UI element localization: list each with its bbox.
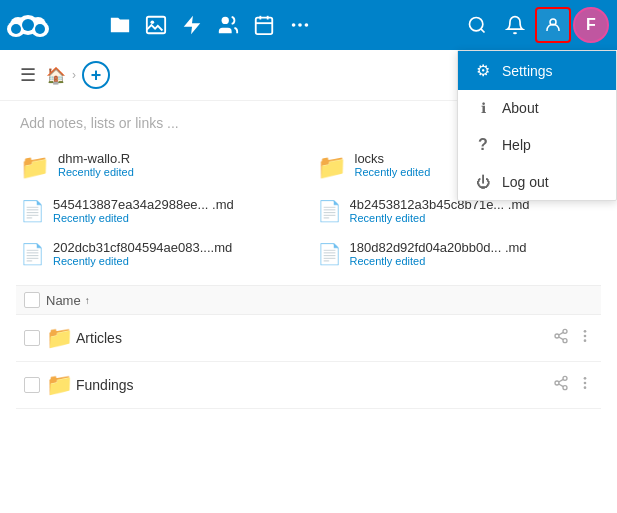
svg-point-16 <box>292 23 296 27</box>
svg-point-11 <box>222 17 229 24</box>
row-filename: Fundings <box>76 377 553 393</box>
list-item[interactable]: 📁 dhm-wallo.R Recently edited <box>16 145 305 187</box>
header-checkbox <box>24 292 46 308</box>
nav-photos-icon[interactable] <box>138 7 174 43</box>
table-row[interactable]: 📁 Fundings <box>16 362 601 409</box>
file-name: locks <box>355 151 431 166</box>
svg-point-35 <box>584 377 587 380</box>
file-date: Recently edited <box>355 166 431 178</box>
document-icon: 📄 <box>20 242 45 266</box>
svg-line-33 <box>559 384 564 387</box>
logout-icon: ⏻ <box>474 174 492 190</box>
document-icon: 📄 <box>317 242 342 266</box>
add-button[interactable]: + <box>82 61 110 89</box>
file-date: Recently edited <box>58 166 134 178</box>
settings-icon: ⚙ <box>474 61 492 80</box>
svg-point-17 <box>298 23 302 27</box>
svg-point-37 <box>584 386 587 389</box>
document-icon: 📄 <box>20 199 45 223</box>
file-date: Recently edited <box>53 255 232 267</box>
list-item[interactable]: 📄 202dcb31cf804594ae083....md Recently e… <box>16 234 305 273</box>
dropdown-logout[interactable]: ⏻ Log out <box>458 164 616 200</box>
svg-line-26 <box>559 332 564 335</box>
svg-point-10 <box>151 20 155 24</box>
svg-point-31 <box>555 381 559 385</box>
svg-point-18 <box>305 23 309 27</box>
file-name: 545413887ea34a2988ee... .md <box>53 197 234 212</box>
dropdown-help[interactable]: ? Help <box>458 126 616 164</box>
svg-rect-12 <box>256 18 273 34</box>
svg-point-24 <box>563 339 567 343</box>
svg-point-30 <box>563 376 567 380</box>
sort-icon: ↑ <box>85 295 90 306</box>
svg-point-19 <box>470 18 483 31</box>
nav-contacts-icon[interactable] <box>210 7 246 43</box>
list-item[interactable]: 📄 180d82d92fd04a20bb0d... .md Recently e… <box>313 234 602 273</box>
user-dropdown-menu: ⚙ Settings ℹ About ? Help ⏻ Log out <box>457 50 617 201</box>
help-icon: ? <box>474 136 492 154</box>
file-date: Recently edited <box>350 212 530 224</box>
svg-line-20 <box>481 29 485 33</box>
top-navigation: F ⚙ Settings ℹ About ? Help ⏻ Log out <box>0 0 617 50</box>
nav-more-icon[interactable] <box>282 7 318 43</box>
file-date: Recently edited <box>350 255 527 267</box>
info-icon: ℹ <box>474 100 492 116</box>
share-icon[interactable] <box>553 375 569 395</box>
svg-point-29 <box>584 339 587 342</box>
dropdown-settings[interactable]: ⚙ Settings <box>458 51 616 90</box>
nav-search-icon[interactable] <box>459 7 495 43</box>
app-logo[interactable] <box>8 5 48 45</box>
row-checkbox-1 <box>24 330 46 346</box>
svg-point-36 <box>584 382 587 385</box>
svg-point-27 <box>584 330 587 333</box>
list-item[interactable]: 📄 545413887ea34a2988ee... .md Recently e… <box>16 191 305 230</box>
user-profile-icon[interactable] <box>535 7 571 43</box>
folder-icon: 📁 <box>46 325 73 351</box>
folder-icon: 📁 <box>20 153 50 181</box>
svg-line-34 <box>559 379 564 382</box>
share-icon[interactable] <box>553 328 569 348</box>
file-name: 180d82d92fd04a20bb0d... .md <box>350 240 527 255</box>
select-all-checkbox[interactable] <box>24 292 40 308</box>
document-icon: 📄 <box>317 199 342 223</box>
file-list-header: Name ↑ <box>16 285 601 315</box>
breadcrumb-separator: › <box>72 68 76 82</box>
svg-point-7 <box>22 19 34 31</box>
nav-activity-icon[interactable] <box>174 7 210 43</box>
svg-line-25 <box>559 337 564 340</box>
svg-point-22 <box>563 329 567 333</box>
row-filename: Articles <box>76 330 553 346</box>
name-column-header[interactable]: Name ↑ <box>46 293 593 308</box>
folder-icon: 📁 <box>46 372 73 398</box>
row-select-checkbox[interactable] <box>24 330 40 346</box>
more-options-icon[interactable] <box>577 375 593 395</box>
nav-bell-icon[interactable] <box>497 7 533 43</box>
nav-files-icon[interactable] <box>102 7 138 43</box>
svg-point-32 <box>563 386 567 390</box>
file-name: 202dcb31cf804594ae083....md <box>53 240 232 255</box>
svg-rect-9 <box>147 17 165 34</box>
folder-icon: 📁 <box>317 153 347 181</box>
file-name: dhm-wallo.R <box>58 151 134 166</box>
nav-calendar-icon[interactable] <box>246 7 282 43</box>
svg-point-8 <box>35 24 45 34</box>
dropdown-about[interactable]: ℹ About <box>458 90 616 126</box>
home-button[interactable]: 🏠 <box>46 66 66 85</box>
svg-point-28 <box>584 335 587 338</box>
file-date: Recently edited <box>53 212 234 224</box>
svg-point-23 <box>555 334 559 338</box>
row-checkbox-2 <box>24 377 46 393</box>
more-options-icon[interactable] <box>577 328 593 348</box>
user-avatar[interactable]: F <box>573 7 609 43</box>
row-select-checkbox[interactable] <box>24 377 40 393</box>
svg-point-6 <box>11 24 21 34</box>
table-row[interactable]: 📁 Articles <box>16 315 601 362</box>
hamburger-menu[interactable]: ☰ <box>16 60 40 90</box>
